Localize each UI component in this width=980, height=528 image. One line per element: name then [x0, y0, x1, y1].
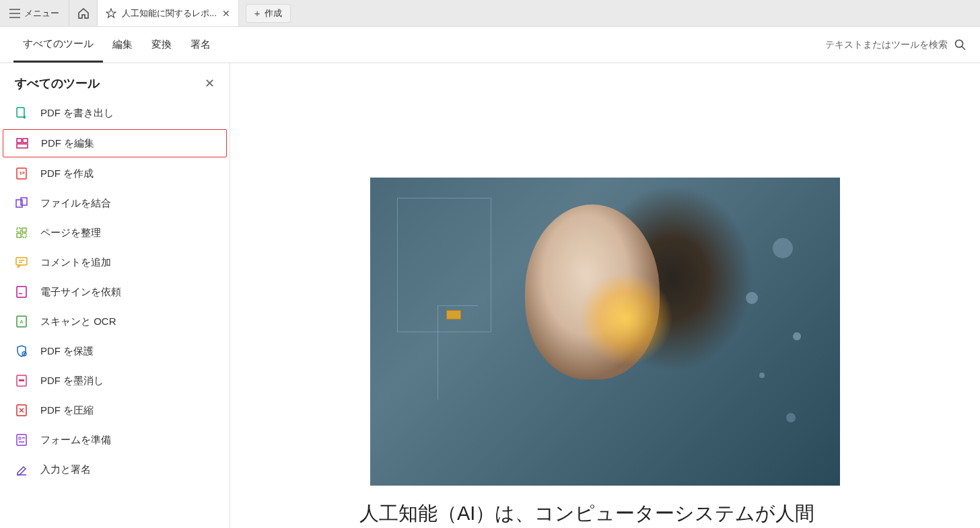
- plus-icon: +: [254, 7, 260, 19]
- tool-label: 電子サインを依頼: [40, 286, 121, 299]
- tool-edit-pdf[interactable]: PDF を編集: [3, 129, 227, 157]
- svg-rect-21: [17, 435, 26, 445]
- tool-label: スキャンと OCR: [40, 315, 116, 328]
- svg-rect-11: [22, 233, 26, 237]
- comment-icon: [15, 256, 28, 269]
- svg-rect-8: [17, 228, 21, 232]
- home-button[interactable]: [69, 0, 98, 26]
- svg-rect-4: [17, 144, 28, 148]
- tool-label: ファイルを結合: [40, 197, 111, 210]
- organize-icon: [15, 226, 28, 239]
- svg-point-0: [956, 40, 963, 47]
- export-icon: [15, 106, 28, 120]
- title-bar: メニュー 人工知能に関するレポ... ✕ + 作成: [0, 0, 980, 27]
- compress-icon: [15, 404, 28, 417]
- tool-export-pdf[interactable]: PDF を書き出し: [0, 98, 230, 128]
- sidebar-header: すべてのツール ✕: [0, 63, 230, 98]
- create-pdf-icon: [15, 167, 28, 180]
- menu-button[interactable]: メニュー: [0, 0, 69, 26]
- search-placeholder: テキストまたはツールを検索: [825, 39, 948, 51]
- tool-combine-files[interactable]: ファイルを結合: [0, 188, 230, 218]
- svg-rect-5: [17, 168, 26, 179]
- svg-rect-19: [19, 379, 24, 381]
- tool-label: PDF を圧縮: [40, 404, 94, 417]
- nav-sign[interactable]: 署名: [181, 27, 220, 63]
- tool-protect-pdf[interactable]: PDF を保護: [0, 336, 230, 366]
- svg-text:A: A: [20, 319, 24, 325]
- tool-label: PDF を墨消し: [40, 375, 104, 387]
- edit-icon: [15, 137, 29, 150]
- tool-request-esign[interactable]: 電子サインを依頼: [0, 277, 230, 307]
- tool-compress-pdf[interactable]: PDF を圧縮: [0, 395, 230, 425]
- tool-redact-pdf[interactable]: PDF を墨消し: [0, 366, 230, 395]
- document-tab[interactable]: 人工知能に関するレポ... ✕: [98, 0, 239, 26]
- hamburger-icon: [9, 9, 20, 18]
- main-area: すべてのツール ✕ PDF を書き出し PDF を編集 PDF を作成 ファイル…: [0, 63, 980, 528]
- tool-label: 入力と署名: [40, 463, 91, 476]
- tool-label: PDF を書き出し: [40, 107, 114, 120]
- svg-rect-2: [17, 139, 22, 143]
- sidebar-title: すべてのツール: [15, 75, 100, 91]
- tool-label: PDF を編集: [41, 137, 94, 150]
- svg-rect-9: [22, 228, 26, 232]
- nav-all-tools[interactable]: すべてのツール: [13, 27, 103, 63]
- menu-label: メニュー: [24, 7, 59, 20]
- document-view[interactable]: 人工知能（AI）は、コンピューターシステムが人間: [230, 63, 980, 528]
- tool-label: フォームを準備: [40, 434, 111, 447]
- fill-sign-icon: [15, 463, 28, 476]
- nav-edit[interactable]: 編集: [103, 27, 142, 63]
- svg-rect-17: [24, 353, 25, 354]
- document-image: [370, 178, 840, 486]
- tool-label: PDF を作成: [40, 167, 94, 180]
- tool-label: コメントを追加: [40, 256, 111, 269]
- search-icon: [954, 39, 967, 51]
- home-icon: [77, 7, 90, 20]
- svg-rect-12: [16, 258, 27, 265]
- create-button[interactable]: + 作成: [246, 4, 291, 23]
- esign-icon: [15, 285, 28, 299]
- tool-label: ページを整理: [40, 227, 101, 239]
- tool-scan-ocr[interactable]: A スキャンと OCR: [0, 307, 230, 336]
- search-area[interactable]: テキストまたはツールを検索: [825, 39, 967, 51]
- sidebar-close-button[interactable]: ✕: [205, 76, 215, 91]
- svg-rect-3: [23, 139, 28, 143]
- navbar: すべてのツール 編集 変換 署名 テキストまたはツールを検索: [0, 27, 980, 63]
- form-icon: [15, 433, 28, 447]
- redact-icon: [15, 374, 28, 387]
- star-icon: [106, 8, 116, 19]
- protect-icon: [15, 344, 28, 358]
- tool-create-pdf[interactable]: PDF を作成: [0, 159, 230, 188]
- tools-sidebar: すべてのツール ✕ PDF を書き出し PDF を編集 PDF を作成 ファイル…: [0, 63, 230, 528]
- tool-organize-pages[interactable]: ページを整理: [0, 218, 230, 248]
- tab-close-button[interactable]: ✕: [222, 8, 230, 19]
- nav-convert[interactable]: 変換: [142, 27, 181, 63]
- svg-rect-10: [17, 233, 21, 237]
- document-body-text: 人工知能（AI）は、コンピューターシステムが人間: [359, 499, 851, 529]
- tool-prepare-form[interactable]: フォームを準備: [0, 425, 230, 455]
- svg-rect-1: [17, 108, 24, 117]
- svg-rect-22: [19, 437, 21, 439]
- tool-fill-sign[interactable]: 入力と署名: [0, 455, 230, 484]
- tool-add-comment[interactable]: コメントを追加: [0, 248, 230, 277]
- combine-icon: [15, 196, 28, 210]
- create-label: 作成: [265, 7, 282, 20]
- svg-rect-13: [17, 287, 26, 297]
- scan-icon: A: [15, 315, 28, 328]
- tool-label: PDF を保護: [40, 345, 94, 358]
- tab-title: 人工知能に関するレポ...: [122, 7, 217, 20]
